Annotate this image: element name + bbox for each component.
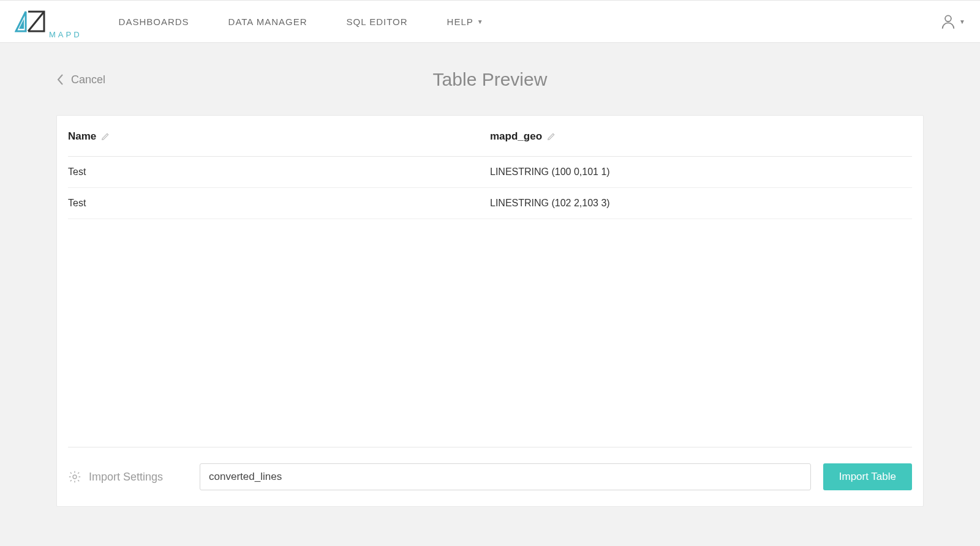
pencil-icon[interactable] [101, 132, 110, 141]
column-header-name[interactable]: Name [68, 130, 490, 143]
svg-point-0 [945, 15, 951, 21]
cell-name: Test [68, 166, 490, 178]
table-row: Test LINESTRING (102 2,103 3) [68, 188, 912, 219]
user-menu[interactable]: ▼ [940, 13, 965, 30]
user-icon [940, 13, 957, 30]
nav-dashboards[interactable]: DASHBOARDS [119, 17, 189, 27]
cell-name: Test [68, 198, 490, 209]
table-body: Test LINESTRING (100 0,101 1) Test LINES… [68, 157, 912, 219]
brand-text: MAPD [49, 30, 82, 39]
cancel-label: Cancel [71, 73, 105, 86]
nav-dashboards-label: DASHBOARDS [119, 17, 189, 27]
nav-help[interactable]: HELP ▼ [447, 17, 484, 27]
table-header-row: Name mapd_geo [68, 116, 912, 157]
page-header: Cancel Table Preview [56, 65, 924, 94]
logo[interactable] [15, 9, 47, 34]
caret-down-icon: ▼ [959, 18, 965, 25]
table-row: Test LINESTRING (100 0,101 1) [68, 157, 912, 188]
column-header-mapd-geo[interactable]: mapd_geo [490, 130, 912, 143]
cell-geo: LINESTRING (102 2,103 3) [490, 198, 912, 209]
column-header-name-label: Name [68, 130, 96, 143]
nav-data-manager-label: DATA MANAGER [228, 17, 307, 27]
cancel-button[interactable]: Cancel [56, 73, 105, 86]
cell-geo: LINESTRING (100 0,101 1) [490, 166, 912, 178]
svg-point-1 [73, 475, 77, 479]
page-title: Table Preview [433, 69, 548, 90]
preview-table: Name mapd_geo Test LINESTRING (100 0,101… [68, 116, 912, 219]
gear-icon [68, 470, 81, 484]
table-name-input[interactable] [200, 463, 811, 490]
top-nav: MAPD DASHBOARDS DATA MANAGER SQL EDITOR … [0, 0, 980, 43]
main-nav: DASHBOARDS DATA MANAGER SQL EDITOR HELP … [119, 17, 484, 27]
nav-data-manager[interactable]: DATA MANAGER [228, 17, 307, 27]
nav-sql-editor[interactable]: SQL EDITOR [347, 17, 408, 27]
mapd-logo-icon [15, 9, 47, 34]
pencil-icon[interactable] [547, 132, 556, 141]
nav-sql-editor-label: SQL EDITOR [347, 17, 408, 27]
import-settings-button[interactable]: Import Settings [68, 470, 163, 484]
chevron-left-icon [56, 73, 65, 86]
import-settings-label: Import Settings [89, 471, 163, 484]
table-preview-panel: Name mapd_geo Test LINESTRING (100 0,101… [56, 115, 924, 507]
nav-help-label: HELP [447, 17, 473, 27]
panel-footer: Import Settings Import Table [68, 447, 912, 506]
import-table-button[interactable]: Import Table [823, 463, 912, 490]
caret-down-icon: ▼ [477, 18, 484, 25]
column-header-mapd-geo-label: mapd_geo [490, 130, 542, 143]
